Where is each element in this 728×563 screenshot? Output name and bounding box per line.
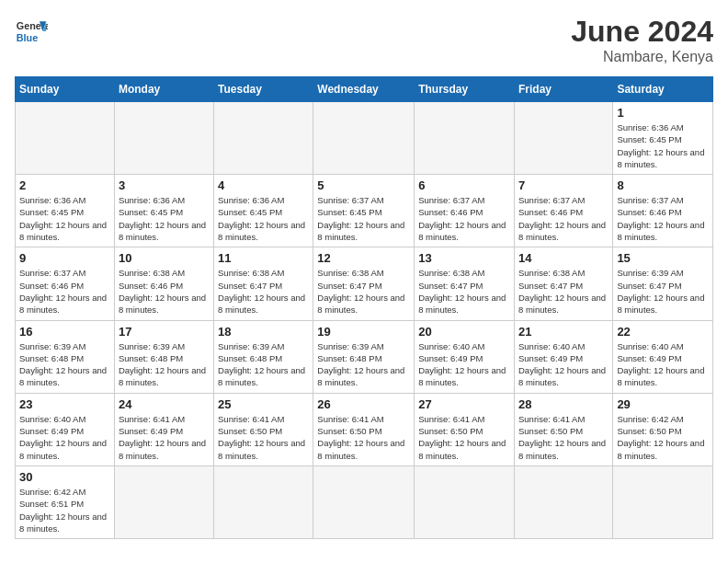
day-info: Sunrise: 6:40 AMSunset: 6:49 PMDaylight:…	[518, 340, 609, 389]
calendar-title: June 2024	[571, 15, 713, 49]
calendar-cell	[313, 465, 415, 538]
day-info: Sunrise: 6:36 AMSunset: 6:45 PMDaylight:…	[617, 121, 709, 170]
calendar-cell: 12Sunrise: 6:38 AMSunset: 6:47 PMDayligh…	[313, 247, 415, 320]
day-info: Sunrise: 6:39 AMSunset: 6:48 PMDaylight:…	[218, 340, 309, 389]
day-info: Sunrise: 6:39 AMSunset: 6:48 PMDaylight:…	[19, 340, 110, 389]
day-number: 7	[518, 178, 609, 192]
calendar-cell	[114, 102, 213, 175]
calendar-cell: 27Sunrise: 6:41 AMSunset: 6:50 PMDayligh…	[415, 393, 515, 465]
calendar-cell: 4Sunrise: 6:36 AMSunset: 6:45 PMDaylight…	[214, 175, 313, 247]
day-number: 10	[119, 251, 210, 265]
calendar-cell: 24Sunrise: 6:41 AMSunset: 6:49 PMDayligh…	[114, 393, 213, 465]
calendar-cell: 21Sunrise: 6:40 AMSunset: 6:49 PMDayligh…	[514, 320, 612, 393]
calendar-cell: 30Sunrise: 6:42 AMSunset: 6:51 PMDayligh…	[16, 465, 115, 538]
calendar-cell: 5Sunrise: 6:37 AMSunset: 6:45 PMDaylight…	[313, 175, 415, 247]
calendar-cell	[514, 102, 612, 175]
calendar-cell: 23Sunrise: 6:40 AMSunset: 6:49 PMDayligh…	[16, 393, 115, 465]
calendar-cell: 26Sunrise: 6:41 AMSunset: 6:50 PMDayligh…	[313, 393, 415, 465]
day-info: Sunrise: 6:36 AMSunset: 6:45 PMDaylight:…	[19, 194, 110, 243]
day-number: 1	[617, 106, 709, 120]
day-info: Sunrise: 6:42 AMSunset: 6:51 PMDaylight:…	[19, 486, 110, 534]
day-number: 19	[317, 325, 410, 339]
calendar-cell: 10Sunrise: 6:38 AMSunset: 6:46 PMDayligh…	[114, 247, 213, 320]
weekday-header: Tuesday	[214, 77, 313, 102]
svg-text:Blue: Blue	[17, 32, 38, 43]
calendar-cell: 29Sunrise: 6:42 AMSunset: 6:50 PMDayligh…	[613, 393, 713, 465]
calendar-cell: 6Sunrise: 6:37 AMSunset: 6:46 PMDaylight…	[415, 175, 515, 247]
calendar-cell	[514, 465, 612, 538]
day-number: 18	[218, 325, 309, 339]
calendar-cell	[16, 102, 115, 175]
day-info: Sunrise: 6:38 AMSunset: 6:47 PMDaylight:…	[317, 267, 410, 316]
day-number: 3	[119, 178, 210, 192]
day-number: 20	[418, 325, 510, 339]
calendar-cell	[313, 102, 415, 175]
calendar-cell: 25Sunrise: 6:41 AMSunset: 6:50 PMDayligh…	[214, 393, 313, 465]
calendar-cell	[214, 465, 313, 538]
day-number: 6	[418, 178, 510, 192]
calendar-cell: 1Sunrise: 6:36 AMSunset: 6:45 PMDaylight…	[613, 102, 713, 175]
calendar-cell	[415, 102, 515, 175]
weekday-header: Wednesday	[313, 77, 415, 102]
day-number: 26	[317, 397, 410, 411]
calendar-subtitle: Nambare, Kenya	[571, 49, 713, 65]
day-number: 2	[19, 178, 110, 192]
logo-icon: General Blue	[15, 15, 48, 48]
day-info: Sunrise: 6:38 AMSunset: 6:47 PMDaylight:…	[218, 267, 309, 316]
day-number: 24	[119, 397, 210, 411]
day-number: 11	[218, 251, 309, 265]
day-info: Sunrise: 6:41 AMSunset: 6:50 PMDaylight:…	[218, 413, 309, 462]
day-info: Sunrise: 6:37 AMSunset: 6:46 PMDaylight:…	[518, 194, 609, 243]
day-info: Sunrise: 6:37 AMSunset: 6:46 PMDaylight:…	[418, 194, 510, 243]
day-number: 29	[617, 397, 709, 411]
calendar-cell: 19Sunrise: 6:39 AMSunset: 6:48 PMDayligh…	[313, 320, 415, 393]
logo: General Blue	[15, 15, 48, 48]
day-number: 28	[518, 397, 609, 411]
day-number: 9	[19, 251, 110, 265]
day-info: Sunrise: 6:38 AMSunset: 6:47 PMDaylight:…	[418, 267, 510, 316]
day-number: 4	[218, 178, 309, 192]
day-info: Sunrise: 6:40 AMSunset: 6:49 PMDaylight:…	[418, 340, 510, 389]
day-number: 27	[418, 397, 510, 411]
day-number: 22	[617, 325, 709, 339]
calendar-cell: 2Sunrise: 6:36 AMSunset: 6:45 PMDaylight…	[16, 175, 115, 247]
day-number: 15	[617, 251, 709, 265]
weekday-header: Thursday	[415, 77, 515, 102]
day-info: Sunrise: 6:40 AMSunset: 6:49 PMDaylight:…	[617, 340, 709, 389]
day-number: 16	[19, 325, 110, 339]
day-number: 21	[518, 325, 609, 339]
day-number: 23	[19, 397, 110, 411]
day-number: 17	[119, 325, 210, 339]
weekday-header: Sunday	[16, 77, 115, 102]
day-info: Sunrise: 6:38 AMSunset: 6:47 PMDaylight:…	[518, 267, 609, 316]
page-header: General Blue June 2024 Nambare, Kenya	[15, 15, 713, 65]
weekday-header: Monday	[114, 77, 213, 102]
calendar-cell: 9Sunrise: 6:37 AMSunset: 6:46 PMDaylight…	[16, 247, 115, 320]
calendar-cell	[214, 102, 313, 175]
day-number: 8	[617, 178, 709, 192]
day-info: Sunrise: 6:37 AMSunset: 6:46 PMDaylight:…	[617, 194, 709, 243]
calendar-cell	[613, 465, 713, 538]
day-number: 14	[518, 251, 609, 265]
day-info: Sunrise: 6:38 AMSunset: 6:46 PMDaylight:…	[119, 267, 210, 316]
day-info: Sunrise: 6:41 AMSunset: 6:50 PMDaylight:…	[518, 413, 609, 462]
day-number: 30	[19, 470, 110, 484]
weekday-header: Friday	[514, 77, 612, 102]
calendar-cell: 3Sunrise: 6:36 AMSunset: 6:45 PMDaylight…	[114, 175, 213, 247]
day-number: 13	[418, 251, 510, 265]
day-info: Sunrise: 6:39 AMSunset: 6:48 PMDaylight:…	[317, 340, 410, 389]
day-number: 12	[317, 251, 410, 265]
calendar-cell: 15Sunrise: 6:39 AMSunset: 6:47 PMDayligh…	[613, 247, 713, 320]
day-info: Sunrise: 6:39 AMSunset: 6:47 PMDaylight:…	[617, 267, 709, 316]
day-info: Sunrise: 6:39 AMSunset: 6:48 PMDaylight:…	[119, 340, 210, 389]
day-info: Sunrise: 6:41 AMSunset: 6:50 PMDaylight:…	[418, 413, 510, 462]
day-info: Sunrise: 6:36 AMSunset: 6:45 PMDaylight:…	[119, 194, 210, 243]
calendar-cell: 28Sunrise: 6:41 AMSunset: 6:50 PMDayligh…	[514, 393, 612, 465]
day-info: Sunrise: 6:40 AMSunset: 6:49 PMDaylight:…	[19, 413, 110, 462]
calendar-cell	[415, 465, 515, 538]
day-info: Sunrise: 6:41 AMSunset: 6:49 PMDaylight:…	[119, 413, 210, 462]
day-number: 25	[218, 397, 309, 411]
calendar-cell: 18Sunrise: 6:39 AMSunset: 6:48 PMDayligh…	[214, 320, 313, 393]
day-info: Sunrise: 6:41 AMSunset: 6:50 PMDaylight:…	[317, 413, 410, 462]
calendar-cell: 17Sunrise: 6:39 AMSunset: 6:48 PMDayligh…	[114, 320, 213, 393]
